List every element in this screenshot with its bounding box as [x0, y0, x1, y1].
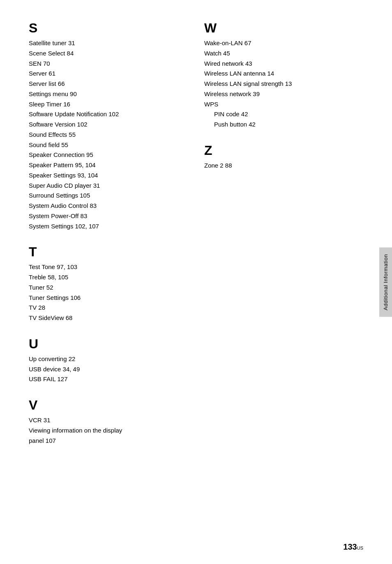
section-s: S Satellite tuner 31 Scene Select 84 SEN…	[29, 21, 188, 231]
page-container: S Satellite tuner 31 Scene Select 84 SEN…	[0, 0, 392, 564]
entry-tuner-settings: Tuner Settings 106	[29, 293, 188, 303]
entry-speaker-pattern: Speaker Pattern 95, 104	[29, 160, 188, 170]
right-column: W Wake-on-LAN 67 Watch 45 Wired network …	[204, 21, 363, 459]
entry-wireless-network: Wireless network 39	[204, 89, 363, 99]
entry-server: Server 61	[29, 69, 188, 79]
entry-usb-device: USB device 34, 49	[29, 364, 188, 375]
entry-system-power-off: System Power-Off 83	[29, 211, 188, 221]
left-column: S Satellite tuner 31 Scene Select 84 SEN…	[29, 21, 188, 459]
page-number-suffix: US	[357, 546, 363, 550]
section-t: T Test Tone 97, 103 Treble 58, 105 Tuner…	[29, 244, 188, 323]
section-letter-z: Z	[204, 143, 363, 158]
entry-watch: Watch 45	[204, 48, 363, 59]
entry-software-version: Software Version 102	[29, 120, 188, 130]
entry-wired-network: Wired network 43	[204, 59, 363, 69]
entry-vcr: VCR 31	[29, 415, 188, 426]
section-s-entries: Satellite tuner 31 Scene Select 84 SEN 7…	[29, 38, 188, 231]
section-letter-t: T	[29, 244, 188, 260]
entry-sound-effects: Sound Effects 55	[29, 130, 188, 140]
entry-treble: Treble 58, 105	[29, 272, 188, 283]
entry-system-settings: System Settings 102, 107	[29, 221, 188, 232]
entry-system-audio-control: System Audio Control 83	[29, 201, 188, 211]
entry-software-update-notification: Software Update Notification 102	[29, 109, 188, 120]
entry-usb-fail: USB FAIL 127	[29, 374, 188, 384]
section-u: U Up converting 22 USB device 34, 49 USB…	[29, 336, 188, 384]
section-w-entries: Wake-on-LAN 67 Watch 45 Wired network 43…	[204, 38, 363, 130]
section-letter-u: U	[29, 336, 188, 352]
entry-wireless-lan-antenna: Wireless LAN antenna 14	[204, 69, 363, 79]
entry-viewing-information: Viewing information on the displaypanel …	[29, 426, 188, 446]
entry-pin-code: PIN code 42	[204, 109, 363, 120]
entry-scene-select: Scene Select 84	[29, 48, 188, 59]
section-u-entries: Up converting 22 USB device 34, 49 USB F…	[29, 354, 188, 384]
entry-up-converting: Up converting 22	[29, 354, 188, 364]
entry-wireless-lan-signal-strength: Wireless LAN signal strength 13	[204, 79, 363, 89]
entry-satellite-tuner: Satellite tuner 31	[29, 38, 188, 48]
entry-super-audio-cd-player: Super Audio CD player 31	[29, 181, 188, 191]
entry-server-list: Server list 66	[29, 79, 188, 89]
entry-sound-field: Sound field 55	[29, 140, 188, 150]
entry-speaker-settings: Speaker Settings 93, 104	[29, 170, 188, 181]
section-v-entries: VCR 31 Viewing information on the displa…	[29, 415, 188, 446]
section-letter-w: W	[204, 21, 363, 36]
entry-zone-2: Zone 2 88	[204, 161, 363, 171]
entry-wake-on-lan: Wake-on-LAN 67	[204, 38, 363, 48]
entry-settings-menu: Settings menu 90	[29, 89, 188, 99]
section-letter-s: S	[29, 21, 188, 36]
entry-wps: WPS	[204, 99, 363, 110]
section-letter-v: V	[29, 398, 188, 413]
page-number-container: 133US	[343, 542, 363, 552]
page-number: 133	[343, 542, 357, 552]
entry-test-tone: Test Tone 97, 103	[29, 262, 188, 272]
entry-surround-settings: Surround Settings 105	[29, 191, 188, 201]
entry-tv: TV 28	[29, 303, 188, 313]
entry-sleep-timer: Sleep Timer 16	[29, 99, 188, 110]
sidebar-additional-information: Additional Information	[379, 247, 392, 317]
entry-tv-sideview: TV SideView 68	[29, 313, 188, 323]
entry-tuner: Tuner 52	[29, 283, 188, 293]
entry-push-button: Push button 42	[204, 120, 363, 130]
section-z: Z Zone 2 88	[204, 143, 363, 171]
section-v: V VCR 31 Viewing information on the disp…	[29, 398, 188, 446]
section-w: W Wake-on-LAN 67 Watch 45 Wired network …	[204, 21, 363, 130]
entry-sen: SEN 70	[29, 59, 188, 69]
entry-speaker-connection: Speaker Connection 95	[29, 150, 188, 160]
section-t-entries: Test Tone 97, 103 Treble 58, 105 Tuner 5…	[29, 262, 188, 323]
section-z-entries: Zone 2 88	[204, 161, 363, 171]
columns-wrapper: S Satellite tuner 31 Scene Select 84 SEN…	[29, 21, 363, 459]
